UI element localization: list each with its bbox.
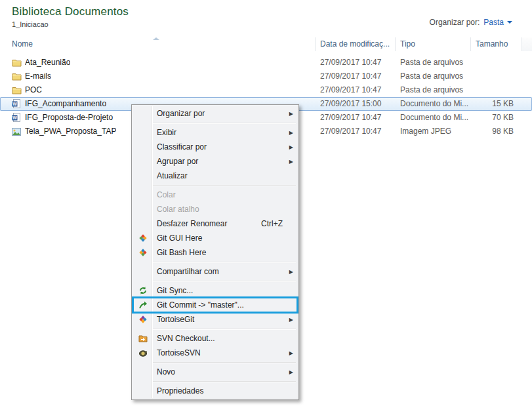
menu-separator [153,262,296,262]
column-header-name[interactable]: Nome [0,37,316,51]
menu-item-label: Colar [152,190,293,199]
library-titles: Biblioteca Documentos 1_Iniciacao [12,5,129,32]
menu-item-colar-atalho: Colar atalho [133,202,297,216]
file-type: Documento do Mi... [396,111,471,125]
menu-item-label: Compartilhar com [152,267,285,276]
file-row-filler [522,56,532,70]
menu-item-svn-checkout[interactable]: SVN Checkout... [133,331,297,346]
column-header-size[interactable]: Tamanho [471,37,522,51]
menu-item-label: Git GUI Here [152,233,293,243]
menu-item-label: Desfazer Renomear [152,219,261,228]
submenu-arrow-icon: ▶ [285,111,293,117]
menu-item-label: Agrupar por [152,157,285,166]
submenu-arrow-icon: ▶ [285,369,293,375]
menu-item-classificar-por[interactable]: Classificar por▶ [133,140,297,154]
menu-item-git-commit-master[interactable]: Git Commit -> "master"... [133,298,297,312]
file-size [471,56,522,70]
menu-item-label: Git Commit -> "master"... [152,300,293,310]
menu-separator [153,329,296,329]
menu-item-exibir[interactable]: Exibir▶ [133,125,297,140]
menu-item-agrupar-por[interactable]: Agrupar por▶ [133,154,297,169]
file-name: Ata_Reunião [25,56,70,70]
file-row-filler [522,83,532,97]
menu-item-atualizar[interactable]: Atualizar [133,169,297,183]
menu-separator [153,185,296,186]
menu-item-organizar-por[interactable]: Organizar por▶ [133,106,297,121]
file-type: Documento do Mi... [396,97,471,111]
menu-item-propriedades[interactable]: Propriedades [133,384,297,398]
file-row-poc[interactable]: POC27/09/2017 10:47Pasta de arquivos [0,83,532,97]
column-header-filler [522,37,532,51]
file-name: IFG_Proposta-de-Projeto [25,111,113,125]
column-header-date[interactable]: Data de modificaç... [316,37,396,51]
file-name: POC [25,83,42,97]
file-name-cell: Ata_Reunião [0,56,316,70]
file-size: 98 KB [471,125,522,138]
menu-item-colar: Colar [133,188,297,202]
menu-item-novo[interactable]: Novo▶ [133,365,297,379]
menu-item-git-bash-here[interactable]: Git Bash Here [133,245,297,260]
menu-item-label: Git Bash Here [152,248,293,257]
organize-by-control[interactable]: Organizar por: Pasta [430,12,512,32]
file-type: Pasta de arquivos [396,70,471,83]
file-name-cell: E-mails [0,70,316,83]
folder-icon [11,85,22,96]
breadcrumb-folder: 1_Iniciacao [12,20,129,28]
file-name-cell: POC [0,83,316,97]
menu-item-git-sync[interactable]: Git Sync... [133,283,297,298]
submenu-arrow-icon: ▶ [285,317,293,323]
file-date: 27/09/2017 10:47 [316,56,396,70]
submenu-arrow-icon: ▶ [285,144,293,150]
menu-item-label: Exibir [152,128,285,137]
menu-item-label: Colar atalho [152,205,293,214]
menu-item-label: Classificar por [152,142,285,152]
file-date: 27/09/2017 15:00 [316,97,396,111]
file-row-filler [522,97,532,111]
menu-item-label: Propriedades [152,386,293,396]
file-type: Pasta de arquivos [396,56,471,70]
organize-by-value[interactable]: Pasta [483,18,504,27]
file-size: 15 KB [471,97,522,111]
menu-item-tortoisesvn[interactable]: TortoiseSVN▶ [133,346,297,360]
column-header-row: Nome Data de modificaç... Tipo Tamanho [0,37,532,51]
file-row-filler [522,70,532,83]
explorer-window: Biblioteca Documentos 1_Iniciacao Organi… [0,0,532,406]
file-row-ata-reuni-o[interactable]: Ata_Reunião27/09/2017 10:47Pasta de arqu… [0,56,532,70]
git-gui-icon [134,233,152,243]
menu-shortcut: Ctrl+Z [261,219,283,228]
menu-item-label: TortoiseSVN [152,348,285,357]
submenu-arrow-icon: ▶ [285,350,293,356]
svg-text:W: W [12,102,17,106]
menu-item-desfazer-renomear[interactable]: Desfazer RenomearCtrl+Z [133,216,297,231]
file-type: Pasta de arquivos [396,83,471,97]
menu-separator [153,281,296,281]
column-header-type[interactable]: Tipo [396,37,471,51]
menu-item-tortoisegit[interactable]: TortoiseGit▶ [133,312,297,327]
image-icon [11,127,22,137]
git-commit-icon [134,300,152,310]
tortoisegit-icon [134,315,152,324]
git-sync-icon [134,286,152,295]
file-row-e-mails[interactable]: E-mails27/09/2017 10:47Pasta de arquivos [0,70,532,83]
file-size [471,83,522,97]
organize-by-label: Organizar por: [430,18,480,27]
submenu-arrow-icon: ▶ [285,130,293,136]
git-bash-icon [134,248,152,257]
file-date: 27/09/2017 10:47 [316,83,396,97]
folder-icon [11,58,22,68]
svg-text:W: W [12,115,17,120]
chevron-down-icon [507,21,512,24]
menu-item-git-gui-here[interactable]: Git GUI Here [133,231,297,245]
menu-separator [153,381,296,382]
menu-item-compartilhar-com[interactable]: Compartilhar com▶ [133,264,297,279]
svn-checkout-icon [134,334,152,343]
file-name: E-mails [25,70,51,83]
menu-item-label: Atualizar [152,171,293,180]
submenu-arrow-icon: ▶ [285,269,293,275]
file-name: Tela_PWA_Proposta_TAP [25,125,116,138]
file-size [471,70,522,83]
tortoisesvn-icon [134,348,152,357]
context-menu: Organizar por▶Exibir▶Classificar por▶Agr… [131,104,299,400]
sort-ascending-icon [153,37,159,40]
menu-separator [153,123,296,123]
